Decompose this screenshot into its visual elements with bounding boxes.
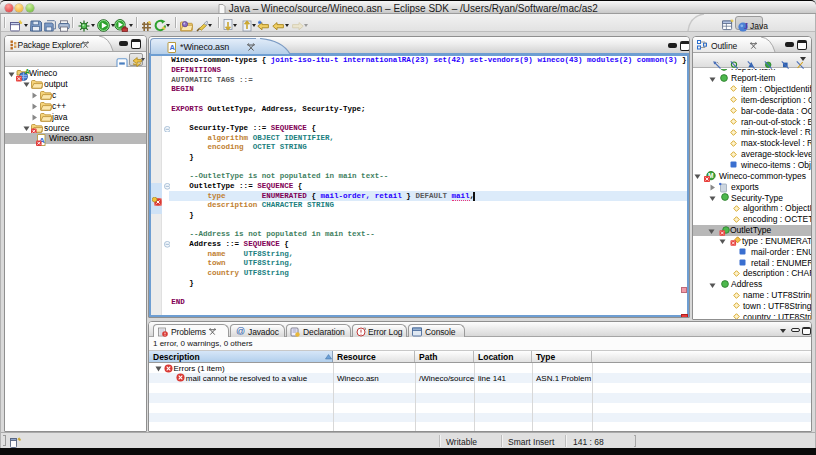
svg-text:J: J (744, 22, 748, 31)
svg-text:A: A (169, 43, 175, 52)
